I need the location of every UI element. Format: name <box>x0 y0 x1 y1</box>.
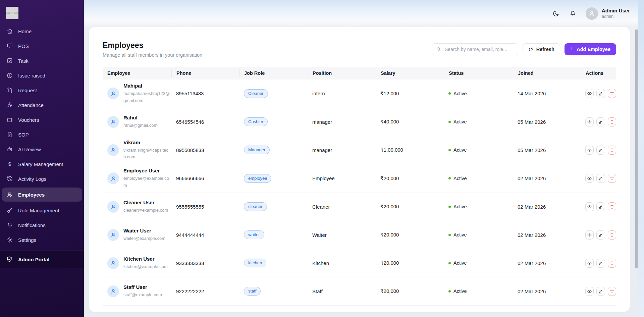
sidebar-item-salary-management[interactable]: $Salary Management <box>2 158 82 170</box>
table-row: Staff Userstaff@example.com9222222222sta… <box>103 277 616 306</box>
refresh-button[interactable]: Refresh <box>523 43 560 55</box>
delete-button[interactable] <box>608 89 616 98</box>
joined-cell: 02 Mar 2026 <box>513 260 581 266</box>
edit-button[interactable] <box>596 287 605 296</box>
edit-button[interactable] <box>596 259 605 268</box>
pull-request-icon <box>6 87 13 94</box>
sidebar-item-task[interactable]: Task <box>2 55 82 67</box>
sidebar-item-vouchers[interactable]: Vouchers <box>2 114 82 126</box>
sidebar-item-home[interactable]: Home <box>2 25 82 37</box>
delete-button[interactable] <box>608 174 616 183</box>
status-dot <box>448 234 451 236</box>
salary-cell: ₹1,00,000 <box>376 147 444 153</box>
employee-avatar <box>107 172 119 184</box>
phone-cell: 8955085833 <box>171 147 239 153</box>
status-label: Active <box>453 147 467 153</box>
gear-icon <box>6 236 13 244</box>
view-button[interactable] <box>585 117 594 126</box>
view-button[interactable] <box>585 89 594 98</box>
search-icon <box>436 47 441 52</box>
sidebar-item-activity-logs[interactable]: Activity Logs <box>2 173 82 185</box>
phone-cell: 9666666666 <box>171 175 239 181</box>
person-icon <box>588 10 595 17</box>
position-cell: manager <box>308 147 376 153</box>
delete-button[interactable] <box>608 202 616 211</box>
phone-cell: 6546554546 <box>171 119 239 125</box>
sidebar-item-settings[interactable]: Settings <box>2 234 82 246</box>
employee-name: Staff User <box>123 284 162 290</box>
employee-avatar <box>107 257 119 269</box>
status-label: Active <box>453 119 467 124</box>
status-cell: Active <box>444 288 513 294</box>
actions-cell <box>581 89 616 98</box>
employee-cell: Staff Userstaff@example.com <box>103 284 171 299</box>
sidebar-item-sop[interactable]: SOP <box>2 128 82 141</box>
job-role-badge: cleaner <box>244 202 267 211</box>
employees-card: Employees Manage all staff members in yo… <box>89 27 630 312</box>
status-cell: Active <box>444 147 513 153</box>
edit-button[interactable] <box>596 117 605 126</box>
scrollbar-thumb[interactable] <box>635 30 638 268</box>
fingerprint-icon <box>6 102 13 109</box>
sidebar-item-role-management[interactable]: Role Management <box>2 204 82 216</box>
position-cell: Cleaner <box>308 204 376 210</box>
sidebar-item-employees[interactable]: Employees <box>2 188 82 202</box>
employee-email: staff@example.com <box>123 292 162 299</box>
table-row: Kitchen Userkitchen@example.com933333333… <box>103 249 616 277</box>
view-button[interactable] <box>585 174 594 183</box>
table-row: Cleaner Usercleaner@example.com955555555… <box>103 193 616 221</box>
sidebar-item-notifications[interactable]: Notifications <box>2 219 82 231</box>
table-row: Vikramvikram.singh@capsitech.com89550858… <box>103 136 616 165</box>
key-icon <box>6 207 13 214</box>
delete-button[interactable] <box>608 117 616 126</box>
actions-cell <box>581 287 616 296</box>
search-input[interactable] <box>444 46 514 52</box>
user-menu[interactable]: Admin User admin <box>586 7 630 20</box>
sidebar-item-attendance[interactable]: Attendance <box>2 99 82 111</box>
sidebar-item-label: Home <box>18 29 32 34</box>
salary-cell: ₹20,000 <box>376 175 444 181</box>
sidebar-item-issue-raised[interactable]: Issue raised <box>2 69 82 82</box>
edit-button[interactable] <box>596 146 605 155</box>
employee-avatar <box>107 88 119 99</box>
position-cell: Kitchen <box>308 260 376 266</box>
edit-button[interactable] <box>596 230 605 240</box>
employee-cell: Mahipalmahipalrameshraj123@gmail.com <box>103 83 171 104</box>
view-button[interactable] <box>585 146 594 155</box>
view-button[interactable] <box>585 287 594 296</box>
job-role-cell: Manager <box>239 146 308 154</box>
add-employee-button[interactable]: + Add Employee <box>565 43 616 55</box>
notifications-button[interactable] <box>569 9 577 17</box>
edit-button[interactable] <box>596 174 605 183</box>
edit-button[interactable] <box>596 89 605 98</box>
joined-cell: 02 Mar 2026 <box>513 288 581 294</box>
toolbar: Refresh + Add Employee <box>432 43 616 55</box>
view-button[interactable] <box>585 259 594 268</box>
view-button[interactable] <box>585 202 594 211</box>
job-role-badge: employee <box>244 174 271 183</box>
phone-cell: 9555555555 <box>171 204 239 210</box>
salary-cell: ₹40,000 <box>376 119 444 125</box>
sidebar-item-admin-portal[interactable]: Admin Portal <box>0 251 84 268</box>
sidebar-item-request[interactable]: Request <box>2 84 82 96</box>
view-button[interactable] <box>585 230 594 240</box>
position-cell: Staff <box>308 288 376 294</box>
sidebar-item-pos[interactable]: POS <box>2 40 82 52</box>
job-role-cell: staff <box>239 287 308 296</box>
document-icon <box>6 131 13 138</box>
table-row: Mahipalmahipalrameshraj123@gmail.com8955… <box>103 80 616 108</box>
alert-circle-icon <box>6 72 13 79</box>
dollar-icon: $ <box>6 161 13 168</box>
delete-button[interactable] <box>608 259 616 268</box>
joined-cell: 14 Mar 2026 <box>513 91 581 96</box>
employee-cell: Kitchen Userkitchen@example.com <box>103 256 171 270</box>
column-header: Joined <box>513 69 581 77</box>
delete-button[interactable] <box>608 287 616 296</box>
edit-button[interactable] <box>596 202 605 211</box>
sidebar-item-ai-review[interactable]: AI Review <box>2 143 82 155</box>
delete-button[interactable] <box>608 230 616 240</box>
dark-mode-toggle[interactable] <box>552 9 560 17</box>
svg-text:$: $ <box>8 161 11 167</box>
delete-button[interactable] <box>608 146 616 155</box>
job-role-cell: employee <box>239 174 308 183</box>
